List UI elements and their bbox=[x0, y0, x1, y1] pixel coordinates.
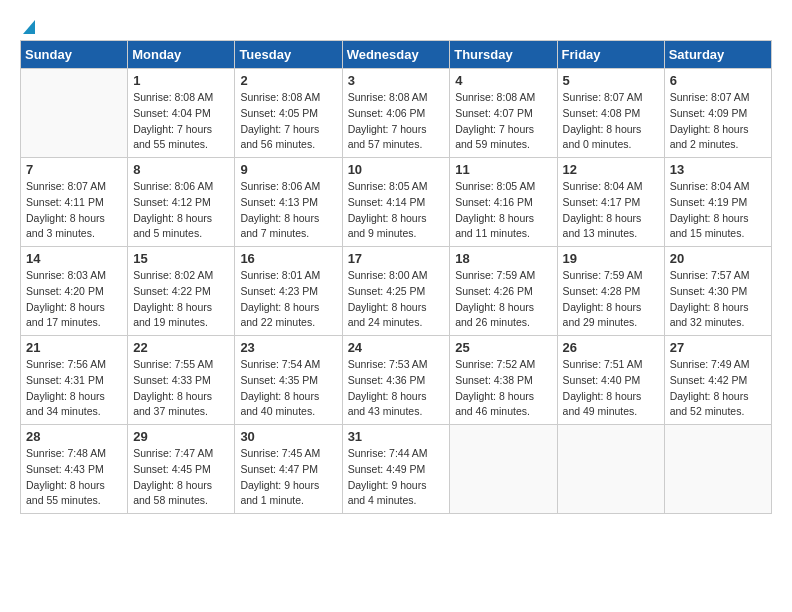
weekday-header-monday: Monday bbox=[128, 41, 235, 69]
day-number: 27 bbox=[670, 340, 766, 355]
calendar-cell: 7Sunrise: 8:07 AM Sunset: 4:11 PM Daylig… bbox=[21, 158, 128, 247]
day-info: Sunrise: 8:08 AM Sunset: 4:06 PM Dayligh… bbox=[348, 90, 445, 153]
day-info: Sunrise: 8:05 AM Sunset: 4:16 PM Dayligh… bbox=[455, 179, 551, 242]
day-info: Sunrise: 7:55 AM Sunset: 4:33 PM Dayligh… bbox=[133, 357, 229, 420]
week-row-2: 7Sunrise: 8:07 AM Sunset: 4:11 PM Daylig… bbox=[21, 158, 772, 247]
day-number: 9 bbox=[240, 162, 336, 177]
weekday-header-saturday: Saturday bbox=[664, 41, 771, 69]
calendar-cell: 22Sunrise: 7:55 AM Sunset: 4:33 PM Dayli… bbox=[128, 336, 235, 425]
calendar-cell: 21Sunrise: 7:56 AM Sunset: 4:31 PM Dayli… bbox=[21, 336, 128, 425]
calendar-cell: 19Sunrise: 7:59 AM Sunset: 4:28 PM Dayli… bbox=[557, 247, 664, 336]
day-info: Sunrise: 8:03 AM Sunset: 4:20 PM Dayligh… bbox=[26, 268, 122, 331]
calendar-cell: 30Sunrise: 7:45 AM Sunset: 4:47 PM Dayli… bbox=[235, 425, 342, 514]
calendar-cell: 25Sunrise: 7:52 AM Sunset: 4:38 PM Dayli… bbox=[450, 336, 557, 425]
day-info: Sunrise: 8:05 AM Sunset: 4:14 PM Dayligh… bbox=[348, 179, 445, 242]
calendar-cell bbox=[450, 425, 557, 514]
day-number: 18 bbox=[455, 251, 551, 266]
calendar-cell: 13Sunrise: 8:04 AM Sunset: 4:19 PM Dayli… bbox=[664, 158, 771, 247]
day-info: Sunrise: 7:48 AM Sunset: 4:43 PM Dayligh… bbox=[26, 446, 122, 509]
logo bbox=[20, 16, 38, 32]
calendar-cell: 16Sunrise: 8:01 AM Sunset: 4:23 PM Dayli… bbox=[235, 247, 342, 336]
day-number: 13 bbox=[670, 162, 766, 177]
calendar-cell: 3Sunrise: 8:08 AM Sunset: 4:06 PM Daylig… bbox=[342, 69, 450, 158]
day-number: 19 bbox=[563, 251, 659, 266]
day-info: Sunrise: 8:07 AM Sunset: 4:11 PM Dayligh… bbox=[26, 179, 122, 242]
day-number: 26 bbox=[563, 340, 659, 355]
day-number: 10 bbox=[348, 162, 445, 177]
calendar-cell: 1Sunrise: 8:08 AM Sunset: 4:04 PM Daylig… bbox=[128, 69, 235, 158]
logo-text bbox=[20, 16, 38, 36]
day-info: Sunrise: 7:44 AM Sunset: 4:49 PM Dayligh… bbox=[348, 446, 445, 509]
day-info: Sunrise: 7:56 AM Sunset: 4:31 PM Dayligh… bbox=[26, 357, 122, 420]
calendar-cell: 8Sunrise: 8:06 AM Sunset: 4:12 PM Daylig… bbox=[128, 158, 235, 247]
calendar-cell: 10Sunrise: 8:05 AM Sunset: 4:14 PM Dayli… bbox=[342, 158, 450, 247]
week-row-3: 14Sunrise: 8:03 AM Sunset: 4:20 PM Dayli… bbox=[21, 247, 772, 336]
weekday-header-wednesday: Wednesday bbox=[342, 41, 450, 69]
day-info: Sunrise: 7:45 AM Sunset: 4:47 PM Dayligh… bbox=[240, 446, 336, 509]
day-number: 22 bbox=[133, 340, 229, 355]
weekday-header-sunday: Sunday bbox=[21, 41, 128, 69]
svg-marker-0 bbox=[23, 20, 35, 34]
day-info: Sunrise: 8:02 AM Sunset: 4:22 PM Dayligh… bbox=[133, 268, 229, 331]
week-row-1: 1Sunrise: 8:08 AM Sunset: 4:04 PM Daylig… bbox=[21, 69, 772, 158]
day-number: 23 bbox=[240, 340, 336, 355]
week-row-4: 21Sunrise: 7:56 AM Sunset: 4:31 PM Dayli… bbox=[21, 336, 772, 425]
header bbox=[20, 16, 772, 32]
day-number: 29 bbox=[133, 429, 229, 444]
day-info: Sunrise: 8:06 AM Sunset: 4:12 PM Dayligh… bbox=[133, 179, 229, 242]
day-number: 31 bbox=[348, 429, 445, 444]
weekday-header-thursday: Thursday bbox=[450, 41, 557, 69]
day-info: Sunrise: 7:49 AM Sunset: 4:42 PM Dayligh… bbox=[670, 357, 766, 420]
day-number: 21 bbox=[26, 340, 122, 355]
calendar-cell: 26Sunrise: 7:51 AM Sunset: 4:40 PM Dayli… bbox=[557, 336, 664, 425]
day-info: Sunrise: 7:57 AM Sunset: 4:30 PM Dayligh… bbox=[670, 268, 766, 331]
calendar-cell bbox=[664, 425, 771, 514]
day-number: 15 bbox=[133, 251, 229, 266]
calendar-cell: 5Sunrise: 8:07 AM Sunset: 4:08 PM Daylig… bbox=[557, 69, 664, 158]
calendar-cell: 11Sunrise: 8:05 AM Sunset: 4:16 PM Dayli… bbox=[450, 158, 557, 247]
calendar-cell: 4Sunrise: 8:08 AM Sunset: 4:07 PM Daylig… bbox=[450, 69, 557, 158]
day-info: Sunrise: 8:08 AM Sunset: 4:05 PM Dayligh… bbox=[240, 90, 336, 153]
day-info: Sunrise: 7:59 AM Sunset: 4:28 PM Dayligh… bbox=[563, 268, 659, 331]
day-info: Sunrise: 7:52 AM Sunset: 4:38 PM Dayligh… bbox=[455, 357, 551, 420]
calendar-cell: 17Sunrise: 8:00 AM Sunset: 4:25 PM Dayli… bbox=[342, 247, 450, 336]
calendar-cell: 18Sunrise: 7:59 AM Sunset: 4:26 PM Dayli… bbox=[450, 247, 557, 336]
day-number: 25 bbox=[455, 340, 551, 355]
day-info: Sunrise: 8:00 AM Sunset: 4:25 PM Dayligh… bbox=[348, 268, 445, 331]
day-number: 24 bbox=[348, 340, 445, 355]
calendar-cell: 23Sunrise: 7:54 AM Sunset: 4:35 PM Dayli… bbox=[235, 336, 342, 425]
day-info: Sunrise: 8:08 AM Sunset: 4:04 PM Dayligh… bbox=[133, 90, 229, 153]
header-row: SundayMondayTuesdayWednesdayThursdayFrid… bbox=[21, 41, 772, 69]
day-info: Sunrise: 7:53 AM Sunset: 4:36 PM Dayligh… bbox=[348, 357, 445, 420]
day-info: Sunrise: 8:04 AM Sunset: 4:17 PM Dayligh… bbox=[563, 179, 659, 242]
calendar-cell: 20Sunrise: 7:57 AM Sunset: 4:30 PM Dayli… bbox=[664, 247, 771, 336]
day-info: Sunrise: 8:07 AM Sunset: 4:09 PM Dayligh… bbox=[670, 90, 766, 153]
day-info: Sunrise: 7:54 AM Sunset: 4:35 PM Dayligh… bbox=[240, 357, 336, 420]
day-number: 7 bbox=[26, 162, 122, 177]
day-number: 4 bbox=[455, 73, 551, 88]
day-number: 28 bbox=[26, 429, 122, 444]
calendar-cell bbox=[21, 69, 128, 158]
day-number: 16 bbox=[240, 251, 336, 266]
day-number: 20 bbox=[670, 251, 766, 266]
day-info: Sunrise: 8:07 AM Sunset: 4:08 PM Dayligh… bbox=[563, 90, 659, 153]
weekday-header-tuesday: Tuesday bbox=[235, 41, 342, 69]
logo-triangle-icon bbox=[21, 16, 37, 36]
day-number: 12 bbox=[563, 162, 659, 177]
calendar-cell: 27Sunrise: 7:49 AM Sunset: 4:42 PM Dayli… bbox=[664, 336, 771, 425]
calendar-cell: 9Sunrise: 8:06 AM Sunset: 4:13 PM Daylig… bbox=[235, 158, 342, 247]
calendar-table: SundayMondayTuesdayWednesdayThursdayFrid… bbox=[20, 40, 772, 514]
day-number: 8 bbox=[133, 162, 229, 177]
calendar-cell: 6Sunrise: 8:07 AM Sunset: 4:09 PM Daylig… bbox=[664, 69, 771, 158]
weekday-header-friday: Friday bbox=[557, 41, 664, 69]
day-number: 30 bbox=[240, 429, 336, 444]
day-number: 11 bbox=[455, 162, 551, 177]
day-number: 17 bbox=[348, 251, 445, 266]
day-info: Sunrise: 8:08 AM Sunset: 4:07 PM Dayligh… bbox=[455, 90, 551, 153]
calendar-cell: 2Sunrise: 8:08 AM Sunset: 4:05 PM Daylig… bbox=[235, 69, 342, 158]
calendar-cell bbox=[557, 425, 664, 514]
calendar-cell: 28Sunrise: 7:48 AM Sunset: 4:43 PM Dayli… bbox=[21, 425, 128, 514]
day-info: Sunrise: 8:01 AM Sunset: 4:23 PM Dayligh… bbox=[240, 268, 336, 331]
day-number: 14 bbox=[26, 251, 122, 266]
day-info: Sunrise: 8:04 AM Sunset: 4:19 PM Dayligh… bbox=[670, 179, 766, 242]
